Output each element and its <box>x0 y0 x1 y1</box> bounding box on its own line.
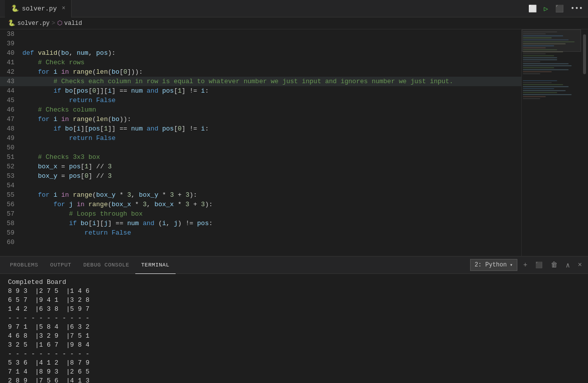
title-bar-controls: ⬜ ▷ ⬛ ••• <box>528 4 583 13</box>
panel: PROBLEMS OUTPUT DEBUG CONSOLE TERMINAL 2… <box>0 256 588 383</box>
list-item: 3 2 5 |1 6 7 |9 8 4 <box>8 341 580 350</box>
list-item: 7 1 4 |8 9 3 |2 6 5 <box>8 368 580 377</box>
table-row: 60 <box>0 238 521 247</box>
table-row: 55 for i in range(box_y * 3, box_y * 3 +… <box>0 190 521 200</box>
breadcrumb-separator: > <box>52 20 55 27</box>
list-item: 6 5 7 |9 4 1 |3 2 8 <box>8 296 580 305</box>
collapse-panel-button[interactable]: ∧ <box>564 260 572 270</box>
vertical-scrollbar[interactable] <box>581 29 588 256</box>
table-row: 59 return False <box>0 228 521 238</box>
table-row: 56 for j in range(box_x * 3, box_x * 3 +… <box>0 200 521 209</box>
list-item: - - - - - - - - - - - <box>8 314 580 323</box>
table-row: 39 <box>0 39 521 48</box>
title-bar: 🐍 solver.py × ⬜ ▷ ⬛ ••• <box>0 0 588 17</box>
terminal-content[interactable]: Completed Board 8 9 3 |2 7 5 |1 4 6 6 5 … <box>0 274 588 383</box>
split-editor-icon[interactable]: ⬛ <box>555 4 564 13</box>
terminal-selector[interactable]: 2: Python ▾ <box>470 259 517 271</box>
python-icon: 🐍 <box>11 4 19 12</box>
run-config-icon[interactable]: ⬜ <box>528 4 537 13</box>
table-row: 49 return False <box>0 133 521 143</box>
add-terminal-button[interactable]: + <box>521 260 529 270</box>
table-row: 41 # Check rows <box>0 58 521 67</box>
table-row: 58 if bo[i][j] == num and (i, j) != pos: <box>0 219 521 228</box>
list-item: 2 8 9 |7 5 6 |4 1 3 <box>8 377 580 383</box>
table-row: 51 # Checks 3x3 box <box>0 152 521 162</box>
split-terminal-button[interactable]: ⬛ <box>533 260 545 270</box>
table-row: 48 if bo[i][pos[1]] == num and pos[0] !=… <box>0 124 521 133</box>
table-row: 57 # Loops through box <box>0 209 521 219</box>
table-row: 40 def valid(bo, num, pos): <box>0 48 521 58</box>
breadcrumb: 🐍 solver.py > ⬡ valid <box>0 17 588 29</box>
table-row: 50 <box>0 143 521 152</box>
scrollbar-thumb[interactable] <box>583 34 586 74</box>
tab-output[interactable]: OUTPUT <box>44 256 78 274</box>
breadcrumb-func[interactable]: valid <box>64 20 82 27</box>
terminal-name: 2: Python <box>475 261 507 268</box>
tab-filename: solver.py <box>22 5 57 12</box>
list-item: - - - - - - - - - - - <box>8 350 580 359</box>
dropdown-chevron-icon: ▾ <box>510 262 513 268</box>
table-row: 45 return False <box>0 96 521 105</box>
kill-terminal-button[interactable]: 🗑 <box>549 260 560 270</box>
table-row: 54 <box>0 181 521 190</box>
table-row: 53 box_y = pos[0] // 3 <box>0 171 521 181</box>
panel-right-controls: 2: Python ▾ + ⬛ 🗑 ∧ × <box>470 259 584 271</box>
minimap <box>521 29 581 256</box>
list-item: 1 4 2 |6 3 8 |5 9 7 <box>8 305 580 314</box>
close-panel-button[interactable]: × <box>576 260 584 270</box>
table-row: 52 box_x = pos[1] // 3 <box>0 162 521 171</box>
table-row: 42 for i in range(len(bo[0])): <box>0 67 521 77</box>
table-row: 46 # Checks column <box>0 105 521 115</box>
tab-problems[interactable]: PROBLEMS <box>4 256 44 274</box>
tab-debug-console[interactable]: DEBUG CONSOLE <box>77 256 135 274</box>
editor-area: 38 39 40 def valid(bo, num, pos): 41 # C… <box>0 29 588 256</box>
code-lines: 38 39 40 def valid(bo, num, pos): 41 # C… <box>0 29 521 247</box>
table-row: 44 if bo[pos[0]][i] == num and pos[1] !=… <box>0 86 521 96</box>
more-actions-icon[interactable]: ••• <box>571 4 583 12</box>
table-row: 38 <box>0 29 521 39</box>
breadcrumb-file[interactable]: solver.py <box>17 20 50 27</box>
list-item: 5 3 6 |4 1 2 |8 7 9 <box>8 359 580 368</box>
table-row: 47 for i in range(len(bo)): <box>0 115 521 124</box>
run-icon[interactable]: ▷ <box>544 4 548 13</box>
table-row: 43 # Checks each column in row is equal … <box>0 77 521 86</box>
breadcrumb-file-icon: 🐍 <box>8 19 15 27</box>
panel-tabs: PROBLEMS OUTPUT DEBUG CONSOLE TERMINAL 2… <box>0 256 588 274</box>
list-item: 9 7 1 |5 8 4 |6 3 2 <box>8 323 580 332</box>
tab-close-button[interactable]: × <box>62 5 65 12</box>
code-editor[interactable]: 38 39 40 def valid(bo, num, pos): 41 # C… <box>0 29 521 256</box>
list-item: Completed Board <box>8 278 580 287</box>
tab-terminal[interactable]: TERMINAL <box>135 256 176 274</box>
list-item: 4 6 8 |3 2 9 |7 5 1 <box>8 332 580 341</box>
editor-tab[interactable]: 🐍 solver.py × <box>5 0 72 17</box>
breadcrumb-func-icon: ⬡ <box>57 19 62 27</box>
list-item: 8 9 3 |2 7 5 |1 4 6 <box>8 287 580 296</box>
